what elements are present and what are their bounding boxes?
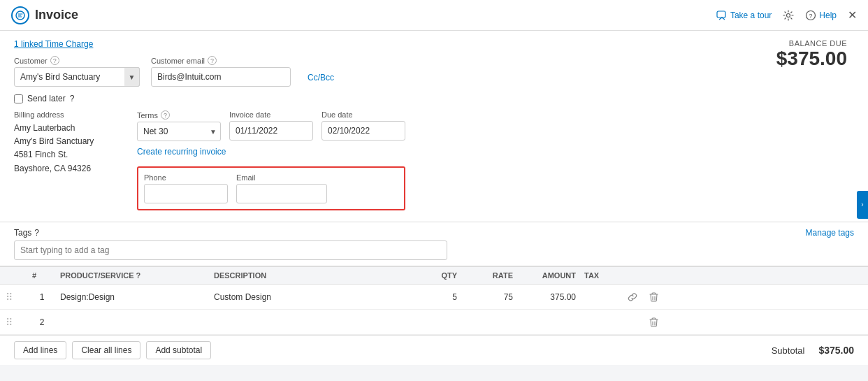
due-date-input[interactable]	[321, 121, 405, 141]
customer-input[interactable]	[14, 67, 140, 87]
terms-group: Terms ? Net 30 Net 15 Due on receipt ▼	[137, 110, 221, 141]
terms-select[interactable]: Net 30 Net 15 Due on receipt	[137, 122, 221, 141]
col-link	[622, 271, 643, 280]
product-cell-1: Design:Design	[56, 288, 210, 306]
description-input-2[interactable]	[214, 317, 401, 327]
subtotal-section: Subtotal $375.00	[772, 345, 854, 356]
col-tax: TAX	[580, 271, 622, 280]
send-later-label: Send later	[27, 94, 66, 103]
tags-label: Tags ?	[14, 228, 39, 238]
description-cell-2[interactable]	[210, 313, 405, 331]
email-help-icon[interactable]: ?	[208, 56, 217, 65]
take-a-tour-button[interactable]: Take a tour	[716, 10, 772, 21]
col-qty: QTY	[405, 271, 461, 280]
col-product: PRODUCT/SERVICE ?	[56, 271, 210, 280]
customer-email-label: Customer email ?	[151, 56, 291, 65]
billing-address: Billing address Amy Lauterbach Amy's Bir…	[14, 110, 126, 175]
rate-cell-1: 75	[461, 288, 517, 306]
right-panel-toggle[interactable]: ›	[857, 191, 868, 219]
col-amount: AMOUNT	[517, 271, 580, 280]
linked-time-charge[interactable]: 1 linked Time Charge	[14, 39, 334, 49]
subtotal-amount: $375.00	[818, 345, 854, 356]
header-right: Take a tour ? Help ✕	[716, 8, 857, 22]
customer-row: Customer ? ▼ Customer email ? Cc/Bcc	[14, 56, 334, 87]
send-later-help-icon[interactable]: ?	[70, 94, 75, 103]
terms-dates-section: Terms ? Net 30 Net 15 Due on receipt ▼	[137, 110, 405, 210]
delete-button-1[interactable]	[643, 288, 664, 306]
balance-due-label: BALANCE DUE	[776, 39, 847, 48]
phone-group: Phone	[144, 173, 228, 203]
tax-cell-1	[580, 293, 622, 301]
table-header: # PRODUCT/SERVICE ? DESCRIPTION QTY RATE…	[0, 266, 868, 285]
delete-button-2[interactable]	[643, 313, 664, 331]
terms-label: Terms ?	[137, 110, 221, 120]
form-area: 1 linked Time Charge Customer ? ▼ Custom…	[0, 31, 868, 222]
link-button-1[interactable]	[622, 288, 643, 306]
qty-cell-1: 5	[405, 288, 461, 306]
add-subtotal-button[interactable]: Add subtotal	[146, 341, 211, 359]
tour-icon	[716, 10, 728, 21]
manage-tags-link[interactable]: Manage tags	[806, 228, 854, 238]
table-section: # PRODUCT/SERVICE ? DESCRIPTION QTY RATE…	[0, 266, 868, 335]
tags-section: Tags ? Manage tags	[0, 222, 868, 266]
terms-select-wrapper: Net 30 Net 15 Due on receipt ▼	[137, 122, 221, 141]
row-num-1: 1	[28, 288, 56, 306]
table-row: ⠿ 2	[0, 310, 868, 335]
drag-handle-1[interactable]: ⠿	[0, 292, 28, 303]
add-lines-button[interactable]: Add lines	[14, 341, 66, 359]
cc-bcc-link[interactable]: Cc/Bcc	[308, 73, 334, 87]
email-input[interactable]	[236, 184, 327, 203]
clear-all-button[interactable]: Clear all lines	[72, 341, 140, 359]
phone-input[interactable]	[144, 184, 228, 203]
tags-input[interactable]	[14, 240, 447, 260]
terms-help-icon[interactable]: ?	[161, 110, 170, 120]
footer-row: Add lines Clear all lines Add subtotal S…	[0, 335, 868, 365]
col-delete	[643, 271, 664, 280]
link-cell-2	[622, 318, 643, 326]
header: Invoice Take a tour ? Help ✕	[0, 0, 868, 31]
rate-cell-2	[461, 318, 517, 326]
col-rate: RATE	[461, 271, 517, 280]
terms-date-row: Terms ? Net 30 Net 15 Due on receipt ▼	[137, 110, 405, 141]
customer-select-wrapper: ▼	[14, 67, 140, 87]
product-input-2[interactable]	[60, 317, 205, 327]
billing-address-text: Amy Lauterbach Amy's Bird Sanctuary 4581…	[14, 122, 126, 175]
col-drag	[0, 271, 28, 280]
phone-email-box: Phone Email	[137, 166, 405, 210]
close-button[interactable]: ✕	[848, 8, 857, 22]
tags-help-icon[interactable]: ?	[34, 228, 39, 238]
header-left: Invoice	[11, 6, 78, 24]
customer-email-input[interactable]	[151, 67, 291, 87]
send-later-checkbox[interactable]	[14, 94, 23, 103]
due-date-group: Due date	[321, 110, 405, 141]
settings-button[interactable]	[783, 10, 794, 21]
drag-handle-2[interactable]: ⠿	[0, 317, 28, 328]
customer-group: Customer ? ▼	[14, 56, 140, 87]
product-cell-2[interactable]	[56, 313, 210, 331]
gear-icon	[783, 10, 794, 21]
create-recurring-link[interactable]: Create recurring invoice	[137, 147, 405, 157]
send-later-row: Send later ?	[14, 94, 334, 103]
close-icon: ✕	[848, 8, 857, 22]
col-num: #	[28, 271, 56, 280]
product-help-icon[interactable]: ?	[136, 271, 141, 280]
balance-due-amount: $375.00	[776, 48, 847, 70]
invoice-date-label: Invoice date	[229, 110, 313, 119]
billing-section: Billing address Amy Lauterbach Amy's Bir…	[14, 110, 854, 210]
help-button[interactable]: ? Help	[805, 10, 837, 21]
customer-help-icon[interactable]: ?	[50, 56, 59, 65]
qty-cell-2	[405, 318, 461, 326]
invoice-date-input[interactable]	[229, 121, 313, 141]
phone-label: Phone	[144, 173, 228, 182]
email-group: Email	[236, 173, 327, 203]
customer-dropdown-button[interactable]: ▼	[124, 67, 140, 87]
customer-label: Customer ?	[14, 56, 140, 65]
billing-address-label: Billing address	[14, 110, 126, 119]
tags-row: Tags ? Manage tags	[14, 228, 854, 238]
description-cell-1: Custom Design	[210, 288, 405, 306]
footer-buttons: Add lines Clear all lines Add subtotal	[14, 341, 211, 359]
invoice-icon	[11, 6, 29, 24]
svg-text:?: ?	[809, 13, 813, 20]
balance-due-section: BALANCE DUE $375.00	[776, 39, 854, 70]
tax-cell-2	[580, 318, 622, 326]
